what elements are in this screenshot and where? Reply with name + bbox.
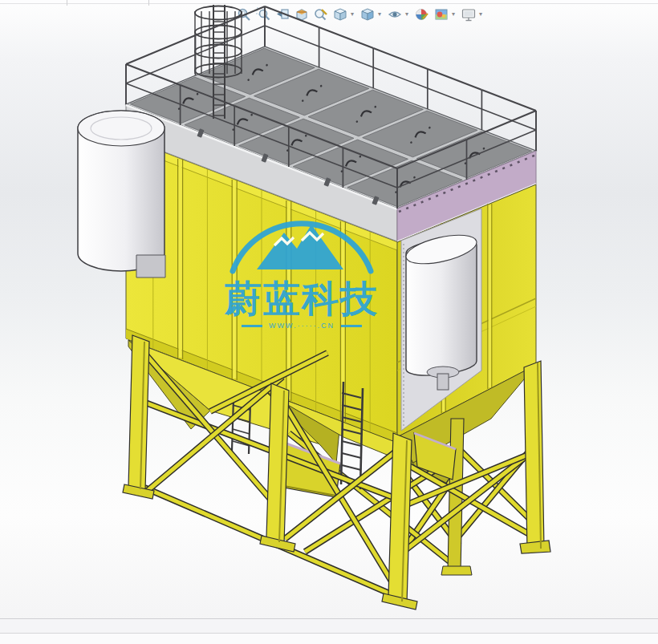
dust-collector-model[interactable] [78, 5, 550, 610]
viewport-3d[interactable] [0, 0, 658, 644]
air-tank-right [404, 229, 479, 390]
air-tank-left [78, 111, 165, 277]
leg-front-1 [128, 335, 149, 491]
